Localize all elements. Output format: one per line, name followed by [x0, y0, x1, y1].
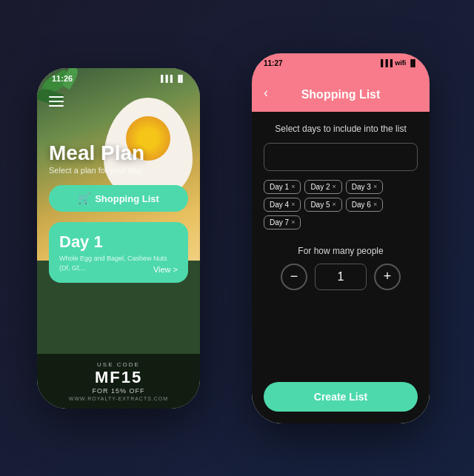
remove-day-7-icon[interactable]: ×	[291, 218, 295, 226]
left-status-time: 11:26	[52, 74, 73, 83]
left-phone: 11:26 ▐▐▐ ▐▌ Meal Plan Select a plan for…	[37, 68, 200, 409]
promo-code: MF15	[44, 368, 193, 387]
right-header: ‹ Shopping List	[252, 67, 430, 112]
right-status-icons: ▐▐▐ wifi ▐▌	[378, 59, 418, 67]
right-battery-icon: ▐▌	[408, 59, 418, 67]
day-card[interactable]: Day 1 Whole Egg and Bagel, Cashew Nuts (…	[49, 222, 188, 283]
header-title: Shopping List	[301, 88, 381, 101]
left-signal: ▐▐▐	[158, 75, 173, 82]
remove-day-5-icon[interactable]: ×	[333, 201, 336, 208]
people-count-display: 1	[315, 264, 367, 290]
left-battery: ▐▌	[176, 75, 185, 82]
cart-icon: 🛒	[78, 192, 90, 204]
right-wifi-icon: wifi	[395, 59, 406, 67]
decrement-button[interactable]: −	[281, 264, 307, 290]
days-input-box[interactable]	[264, 143, 418, 171]
shopping-list-button[interactable]: 🛒 Shopping List	[49, 185, 188, 212]
menu-line-3	[49, 105, 64, 107]
right-status-time: 11:27	[264, 59, 283, 67]
menu-line-1	[49, 96, 64, 98]
people-label: For how many people	[264, 246, 418, 256]
day-tag-3[interactable]: Day 3 ×	[346, 180, 383, 194]
hamburger-menu[interactable]	[49, 96, 64, 107]
day-tag-6[interactable]: Day 6 ×	[346, 198, 383, 212]
promo-use-code: USE CODE	[44, 361, 193, 368]
phones-container: 11:26 ▐▐▐ ▐▌ Meal Plan Select a plan for…	[0, 0, 474, 476]
remove-day-4-icon[interactable]: ×	[291, 201, 295, 208]
people-section: For how many people − 1 +	[264, 246, 418, 290]
right-status-bar: 11:27 ▐▐▐ wifi ▐▌	[252, 53, 430, 67]
select-days-label: Select days to include into the list	[264, 124, 418, 134]
day-tag-4[interactable]: Day 4 ×	[264, 198, 301, 212]
menu-line-2	[49, 101, 64, 102]
remove-day-2-icon[interactable]: ×	[333, 183, 336, 190]
create-list-button[interactable]: Create List	[264, 382, 418, 412]
day-tag-5[interactable]: Day 5 ×	[304, 198, 341, 212]
day-tag-1[interactable]: Day 1 ×	[264, 180, 301, 194]
day-tag-2[interactable]: Day 2 ×	[304, 180, 341, 194]
right-phone: 11:27 ▐▐▐ wifi ▐▌ ‹ Shopping List Select…	[252, 53, 430, 423]
promo-website: WWW.ROYALTY-EXTRACTS.COM	[44, 396, 193, 401]
remove-day-3-icon[interactable]: ×	[373, 183, 377, 190]
increment-button[interactable]: +	[374, 264, 401, 290]
day-card-view-link[interactable]: View >	[153, 265, 178, 274]
people-counter: − 1 +	[264, 264, 418, 290]
meal-plan-subtitle: Select a plan for your day	[49, 166, 188, 175]
day-card-title: Day 1	[59, 232, 178, 252]
right-content: Select days to include into the list Day…	[252, 112, 430, 423]
promo-discount: FOR 15% OFF	[44, 387, 193, 395]
day-tag-7[interactable]: Day 7 ×	[264, 215, 301, 229]
remove-day-6-icon[interactable]: ×	[373, 201, 377, 208]
back-arrow-icon[interactable]: ‹	[264, 84, 268, 100]
promo-banner: USE CODE MF15 FOR 15% OFF WWW.ROYALTY-EX…	[37, 354, 200, 409]
meal-plan-title: Meal Plan	[49, 142, 188, 165]
remove-day-1-icon[interactable]: ×	[291, 183, 295, 190]
days-tags-container: Day 1 × Day 2 × Day 3 × Day 4	[264, 180, 418, 229]
right-signal-icon: ▐▐▐	[378, 59, 393, 67]
